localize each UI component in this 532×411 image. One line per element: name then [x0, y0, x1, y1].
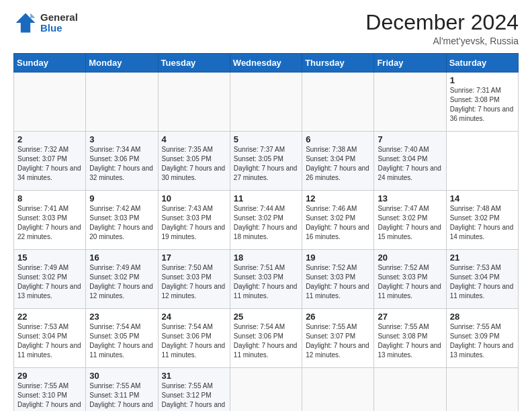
calendar-week-4: 15Sunrise: 7:49 AMSunset: 3:02 PMDayligh… [14, 250, 519, 309]
calendar-header-row: SundayMondayTuesdayWednesdayThursdayFrid… [14, 54, 519, 73]
logo-icon [13, 11, 38, 35]
day-number: 2 [17, 134, 82, 144]
day-info: Sunrise: 7:38 AMSunset: 3:04 PMDaylight:… [306, 145, 370, 183]
day-info: Sunrise: 7:51 AMSunset: 3:03 PMDaylight:… [234, 263, 298, 301]
calendar-week-3: 8Sunrise: 7:41 AMSunset: 3:03 PMDaylight… [14, 191, 519, 250]
calendar-header-wednesday: Wednesday [230, 54, 302, 73]
day-info: Sunrise: 7:42 AMSunset: 3:03 PMDaylight:… [89, 204, 154, 242]
calendar-header-friday: Friday [374, 54, 446, 73]
logo-general-text: General [40, 12, 78, 24]
logo-blue-text: Blue [40, 23, 78, 34]
day-number: 21 [450, 253, 515, 263]
day-info: Sunrise: 7:31 AMSunset: 3:08 PMDaylight:… [450, 86, 515, 124]
calendar-cell: 20Sunrise: 7:52 AMSunset: 3:03 PMDayligh… [374, 250, 446, 309]
calendar-cell: 16Sunrise: 7:49 AMSunset: 3:02 PMDayligh… [86, 250, 158, 309]
calendar-cell: 25Sunrise: 7:54 AMSunset: 3:06 PMDayligh… [230, 309, 302, 368]
day-info: Sunrise: 7:52 AMSunset: 3:03 PMDaylight:… [378, 263, 442, 301]
calendar-cell: 12Sunrise: 7:46 AMSunset: 3:02 PMDayligh… [302, 191, 374, 250]
day-number: 12 [306, 193, 370, 203]
calendar-cell [230, 73, 302, 132]
calendar-cell: 31Sunrise: 7:55 AMSunset: 3:12 PMDayligh… [158, 368, 230, 411]
day-number: 15 [17, 253, 82, 263]
calendar-cell: 18Sunrise: 7:51 AMSunset: 3:03 PMDayligh… [230, 250, 302, 309]
day-number: 6 [306, 134, 370, 144]
calendar-cell: 17Sunrise: 7:50 AMSunset: 3:03 PMDayligh… [158, 250, 230, 309]
calendar-cell: 1Sunrise: 7:31 AMSunset: 3:08 PMDaylight… [446, 73, 518, 132]
calendar-cell: 2Sunrise: 7:32 AMSunset: 3:07 PMDaylight… [14, 132, 86, 191]
day-number: 22 [17, 312, 82, 322]
day-info: Sunrise: 7:54 AMSunset: 3:05 PMDaylight:… [89, 322, 154, 360]
day-info: Sunrise: 7:41 AMSunset: 3:03 PMDaylight:… [17, 204, 82, 242]
calendar-cell: 23Sunrise: 7:54 AMSunset: 3:05 PMDayligh… [86, 309, 158, 368]
calendar-cell [302, 73, 374, 132]
location: Al'met'yevsk, Russia [365, 36, 519, 46]
day-info: Sunrise: 7:44 AMSunset: 3:02 PMDaylight:… [234, 204, 298, 242]
day-number: 28 [450, 312, 515, 322]
day-info: Sunrise: 7:52 AMSunset: 3:03 PMDaylight:… [306, 263, 370, 301]
calendar-cell [302, 368, 374, 411]
calendar-cell: 29Sunrise: 7:55 AMSunset: 3:10 PMDayligh… [14, 368, 86, 411]
calendar-header-thursday: Thursday [302, 54, 374, 73]
day-info: Sunrise: 7:53 AMSunset: 3:04 PMDaylight:… [17, 322, 82, 360]
calendar-header-saturday: Saturday [446, 54, 518, 73]
day-number: 25 [234, 312, 298, 322]
day-number: 14 [450, 193, 515, 203]
day-number: 9 [89, 193, 154, 203]
day-number: 18 [234, 253, 298, 263]
calendar-cell: 13Sunrise: 7:47 AMSunset: 3:02 PMDayligh… [374, 191, 446, 250]
day-info: Sunrise: 7:37 AMSunset: 3:05 PMDaylight:… [234, 145, 298, 183]
calendar-cell: 15Sunrise: 7:49 AMSunset: 3:02 PMDayligh… [14, 250, 86, 309]
calendar-cell: 30Sunrise: 7:55 AMSunset: 3:11 PMDayligh… [86, 368, 158, 411]
calendar-cell: 5Sunrise: 7:37 AMSunset: 3:05 PMDaylight… [230, 132, 302, 191]
day-info: Sunrise: 7:54 AMSunset: 3:06 PMDaylight:… [234, 322, 298, 360]
calendar-header-sunday: Sunday [14, 54, 86, 73]
page: General Blue December 2024 Al'met'yevsk,… [0, 0, 532, 411]
day-number: 11 [234, 193, 298, 203]
day-number: 3 [89, 134, 154, 144]
day-info: Sunrise: 7:40 AMSunset: 3:04 PMDaylight:… [378, 145, 442, 183]
calendar-cell: 22Sunrise: 7:53 AMSunset: 3:04 PMDayligh… [14, 309, 86, 368]
day-info: Sunrise: 7:55 AMSunset: 3:09 PMDaylight:… [450, 322, 515, 360]
calendar-cell: 24Sunrise: 7:54 AMSunset: 3:06 PMDayligh… [158, 309, 230, 368]
calendar-cell [374, 368, 446, 411]
day-info: Sunrise: 7:49 AMSunset: 3:02 PMDaylight:… [17, 263, 82, 301]
calendar-cell: 9Sunrise: 7:42 AMSunset: 3:03 PMDaylight… [86, 191, 158, 250]
day-number: 16 [89, 253, 154, 263]
day-number: 24 [162, 312, 226, 322]
day-number: 20 [378, 253, 442, 263]
day-number: 8 [17, 193, 82, 203]
day-info: Sunrise: 7:53 AMSunset: 3:04 PMDaylight:… [450, 263, 515, 301]
calendar-week-1: 1Sunrise: 7:31 AMSunset: 3:08 PMDaylight… [14, 73, 519, 132]
calendar-cell: 26Sunrise: 7:55 AMSunset: 3:07 PMDayligh… [302, 309, 374, 368]
day-number: 27 [378, 312, 442, 322]
day-number: 1 [450, 75, 515, 85]
day-number: 23 [89, 312, 154, 322]
calendar-header-monday: Monday [86, 54, 158, 73]
calendar-table: SundayMondayTuesdayWednesdayThursdayFrid… [13, 53, 519, 411]
header: General Blue December 2024 Al'met'yevsk,… [13, 11, 519, 46]
calendar-cell: 28Sunrise: 7:55 AMSunset: 3:09 PMDayligh… [446, 309, 518, 368]
day-info: Sunrise: 7:49 AMSunset: 3:02 PMDaylight:… [89, 263, 154, 301]
calendar-cell: 6Sunrise: 7:38 AMSunset: 3:04 PMDaylight… [302, 132, 374, 191]
logo: General Blue [13, 11, 78, 35]
day-number: 29 [17, 371, 82, 381]
day-info: Sunrise: 7:46 AMSunset: 3:02 PMDaylight:… [306, 204, 370, 242]
day-number: 7 [378, 134, 442, 144]
calendar-cell: 10Sunrise: 7:43 AMSunset: 3:03 PMDayligh… [158, 191, 230, 250]
day-info: Sunrise: 7:34 AMSunset: 3:06 PMDaylight:… [89, 145, 154, 183]
calendar-cell: 27Sunrise: 7:55 AMSunset: 3:08 PMDayligh… [374, 309, 446, 368]
calendar-cell: 14Sunrise: 7:48 AMSunset: 3:02 PMDayligh… [446, 191, 518, 250]
calendar-cell: 21Sunrise: 7:53 AMSunset: 3:04 PMDayligh… [446, 250, 518, 309]
calendar-cell: 7Sunrise: 7:40 AMSunset: 3:04 PMDaylight… [374, 132, 446, 191]
month-title: December 2024 [365, 11, 519, 34]
day-info: Sunrise: 7:43 AMSunset: 3:03 PMDaylight:… [162, 204, 226, 242]
calendar-cell [446, 368, 518, 411]
day-number: 10 [162, 193, 226, 203]
calendar-week-2: 2Sunrise: 7:32 AMSunset: 3:07 PMDaylight… [14, 132, 519, 191]
day-number: 13 [378, 193, 442, 203]
day-number: 26 [306, 312, 370, 322]
calendar-cell [374, 73, 446, 132]
day-number: 31 [162, 371, 226, 381]
calendar-cell [230, 368, 302, 411]
day-info: Sunrise: 7:50 AMSunset: 3:03 PMDaylight:… [162, 263, 226, 301]
